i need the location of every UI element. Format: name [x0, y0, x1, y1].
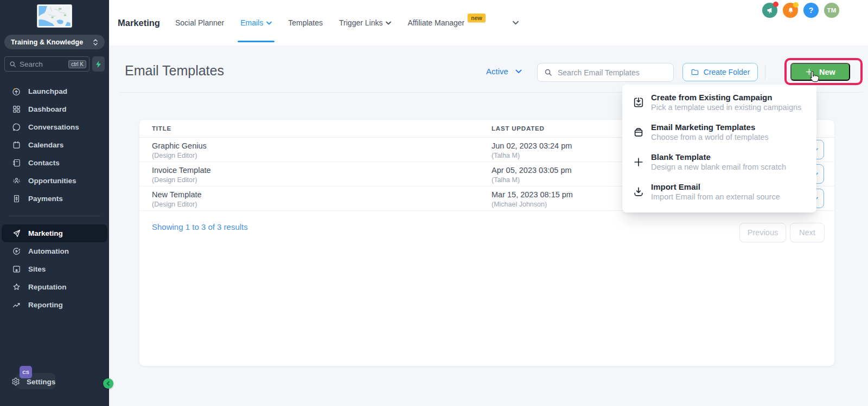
- last-updated-cell: Jun 02, 2023 03:24 pm (Talha M): [492, 141, 572, 159]
- search-email-templates-input[interactable]: [558, 68, 667, 77]
- sidebar-item-contacts[interactable]: Contacts: [0, 154, 109, 172]
- sidebar-item-label: Calendars: [28, 141, 63, 149]
- menu-item-blank-template[interactable]: Blank Template Design a new blank email …: [622, 147, 816, 177]
- sidebar-nav: Launchpad Dashboard Conversations: [0, 82, 109, 314]
- menu-item-subtitle: Choose from a world of templates: [651, 133, 769, 141]
- sidebar-item-reputation[interactable]: Reputation: [0, 278, 109, 296]
- notification-dot: [793, 2, 799, 8]
- sidebar-item-conversations[interactable]: Conversations: [0, 118, 109, 136]
- column-header-last-updated: LAST UPDATED: [492, 125, 545, 132]
- new-feature-badge: new: [468, 14, 485, 22]
- cs-badge: CS: [20, 366, 32, 378]
- workspace-label: Training & Knowledge: [11, 38, 93, 46]
- sidebar-search-row: Search ctrl K: [4, 56, 105, 72]
- quick-actions-button[interactable]: [92, 56, 105, 72]
- sidebar-search-input[interactable]: Search ctrl K: [4, 56, 90, 72]
- tab-trigger-links[interactable]: Trigger Links: [339, 0, 391, 46]
- menu-item-subtitle: Design a new blank email from scratch: [651, 163, 786, 171]
- launchpad-icon: [11, 87, 21, 96]
- help-button[interactable]: ?: [803, 3, 819, 18]
- gear-icon: [11, 377, 20, 386]
- sidebar-item-launchpad[interactable]: Launchpad: [0, 82, 109, 100]
- new-template-button[interactable]: New: [790, 63, 850, 81]
- sidebar-item-label: Dashboard: [28, 105, 67, 113]
- updown-chevrons-icon: [93, 38, 98, 46]
- menu-item-create-from-existing-campaign[interactable]: Create from Existing Campaign Pick a tem…: [622, 87, 816, 117]
- trending-up-icon: [11, 300, 21, 310]
- agency-logo: [37, 5, 72, 27]
- sidebar-item-marketing[interactable]: Marketing: [2, 224, 107, 242]
- send-plane-icon: [11, 229, 21, 239]
- opportunities-icon: [11, 176, 21, 186]
- next-page-button[interactable]: Next: [790, 223, 825, 242]
- menu-item-subtitle: Import Email from an external source: [651, 192, 780, 201]
- tab-emails[interactable]: Emails: [240, 0, 272, 46]
- create-folder-button[interactable]: Create Folder: [682, 63, 758, 81]
- template-editor-type: (Design Editor): [152, 152, 207, 159]
- template-editor-type: (Design Editor): [152, 176, 211, 184]
- sidebar-item-payments[interactable]: Payments: [0, 190, 109, 208]
- toolbar-separator: [765, 65, 765, 79]
- sidebar-item-settings[interactable]: Settings: [11, 377, 55, 386]
- app-section-title: Marketing: [118, 18, 160, 28]
- tab-templates[interactable]: Templates: [288, 0, 323, 46]
- sidebar: Training & Knowledge Search ctrl K: [0, 0, 109, 406]
- chevron-left-icon: [106, 381, 111, 386]
- sidebar-item-opportunities[interactable]: Opportunities: [0, 172, 109, 190]
- bell-icon: [787, 7, 795, 15]
- user-avatar[interactable]: TM: [824, 3, 839, 18]
- chevron-down-icon: [386, 21, 391, 25]
- menu-item-email-marketing-templates[interactable]: Email Marketing Templates Choose from a …: [622, 117, 816, 147]
- sidebar-item-label: Launchpad: [28, 87, 67, 95]
- chevron-down-icon: [513, 21, 519, 25]
- folder-icon: [691, 68, 699, 76]
- top-navigation-bar: Marketing Social Planner Emails Template…: [109, 0, 868, 46]
- inbox-in-icon: [632, 96, 645, 109]
- topbar-icon-group: ? TM: [762, 3, 839, 18]
- sidebar-item-sites[interactable]: Sites: [0, 260, 109, 278]
- tab-label: Emails: [240, 18, 263, 27]
- sidebar-divider: [9, 216, 100, 216]
- chevron-down-icon: [266, 21, 272, 25]
- announcements-button[interactable]: [762, 3, 777, 18]
- page-title: Email Templates: [125, 63, 224, 79]
- template-title: Invoice Template: [152, 166, 211, 175]
- updated-date: Mar 15, 2023 08:15 pm: [492, 190, 573, 199]
- sidebar-item-label: Reputation: [28, 283, 67, 291]
- notification-dot: [773, 2, 778, 7]
- search-shortcut-badge: ctrl K: [68, 60, 86, 68]
- updated-by: (Talha M): [492, 152, 572, 159]
- template-title-cell: New Template (Design Editor): [152, 190, 202, 208]
- tab-social-planner[interactable]: Social Planner: [175, 0, 224, 46]
- star-icon: [11, 282, 21, 292]
- create-folder-label: Create Folder: [704, 68, 750, 76]
- download-icon: [632, 185, 645, 198]
- sidebar-item-dashboard[interactable]: Dashboard: [0, 100, 109, 118]
- results-summary-link[interactable]: Showing 1 to 3 of 3 results: [152, 222, 248, 231]
- sidebar-item-reporting[interactable]: Reporting: [0, 296, 109, 314]
- automation-play-icon: [11, 247, 21, 256]
- more-tabs-button[interactable]: [513, 21, 519, 25]
- main-content: Email Templates Active Create Folder New: [109, 46, 868, 406]
- sidebar-item-automation[interactable]: Automation: [0, 242, 109, 260]
- sidebar-collapse-button[interactable]: [103, 378, 113, 389]
- template-editor-type: (Design Editor): [152, 201, 202, 208]
- previous-page-button[interactable]: Previous: [739, 223, 786, 242]
- updated-date: Apr 05, 2023 03:05 pm: [492, 166, 572, 175]
- sidebar-item-label: Contacts: [28, 159, 60, 167]
- plus-icon: [805, 68, 813, 76]
- tab-label: Affiliate Manager: [407, 18, 464, 27]
- tab-affiliate-manager[interactable]: Affiliate Manager new: [407, 0, 485, 46]
- new-button-label: New: [819, 68, 835, 76]
- menu-item-title: Email Marketing Templates: [651, 123, 769, 132]
- sidebar-item-label: Sites: [28, 265, 46, 273]
- workspace-switcher[interactable]: Training & Knowledge: [4, 35, 105, 49]
- payments-receipt-icon: [11, 194, 21, 204]
- archive-icon: [632, 126, 645, 139]
- sidebar-item-calendars[interactable]: Calendars: [0, 136, 109, 154]
- menu-item-import-email[interactable]: Import Email Import Email from an extern…: [622, 177, 816, 207]
- notifications-button[interactable]: [783, 3, 798, 18]
- tab-label: Social Planner: [175, 18, 224, 27]
- status-filter-dropdown[interactable]: Active: [486, 67, 522, 76]
- updated-date: Jun 02, 2023 03:24 pm: [492, 141, 572, 150]
